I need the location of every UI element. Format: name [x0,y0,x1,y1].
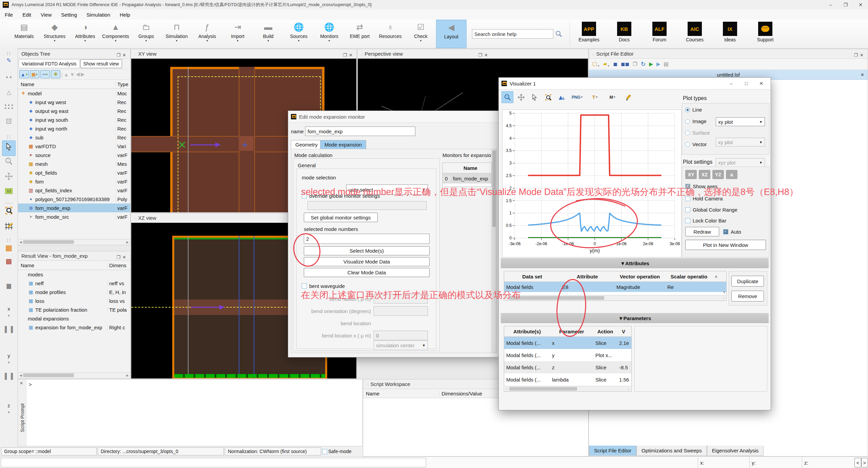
objects-tree-hscrollbar[interactable]: ◀▶ [18,239,130,245]
help-badge[interactable]: APP Examples [571,20,607,48]
toolbar-button[interactable]: ▲ Components ▼ [100,20,131,48]
attributes-section-header[interactable]: ▼ Attributes [501,258,769,268]
next-button[interactable]: > [861,458,868,467]
save-icon[interactable]: ◼ [613,61,617,67]
add-group-button[interactable]: ✳ [51,70,60,78]
edit-pencil-icon[interactable]: ✎ [0,57,18,64]
annotate-pencil-icon[interactable] [623,91,634,103]
tree-row[interactable]: fom_mode_src varF [18,212,130,221]
bars-icon[interactable]: ▌▐ [0,326,18,333]
result-row[interactable]: mode profiles E, H, in [18,288,130,296]
tree-row[interactable]: model Moc [18,89,130,98]
toolbar-button[interactable]: ♁ Resources ▼ [375,20,406,48]
prev-button[interactable]: < [854,458,861,467]
image-plot-dropdown[interactable]: xy plot [716,138,765,147]
result-row[interactable]: modes [18,270,130,279]
toolbar-button[interactable]: ☑ Check ▼ [406,20,436,48]
parameters-hscrollbar[interactable]: ‹› [505,386,631,391]
move-left-icon[interactable]: ◀ [76,71,80,77]
menu-item[interactable]: Simulation [82,12,115,18]
image-radio[interactable] [685,119,690,124]
monitor-row[interactable]: 0 fom_mode_exp [443,173,491,183]
help-badge[interactable]: KB Docs [607,20,642,48]
zoom-region-icon[interactable] [542,91,554,103]
index-grid-icon[interactable]: ▩ [0,257,18,265]
move-right-icon[interactable]: ▶ [81,71,85,77]
slab-icon[interactable]: ▆ [0,282,18,289]
plot-area[interactable]: 00.511.522.533.544.55-3e-06-2e-06-1e-060… [502,110,682,257]
refresh-icon[interactable]: ↻ [640,60,646,68]
run-script-icon[interactable]: ▶ [649,61,653,67]
close-panel-icon[interactable]: ✕ [122,255,128,260]
script-prompt-input[interactable] [26,379,362,446]
surface-radio[interactable] [685,131,690,135]
show-result-view-button[interactable]: Show result view [80,59,122,68]
toolbar-button[interactable]: 🗀 Groups ▼ [131,20,161,48]
result-row[interactable]: neff neff vs [18,279,130,288]
view-xz-button[interactable]: XZ [699,170,710,179]
close-panel-icon[interactable]: ✕ [860,53,866,58]
select-tool-icon[interactable] [529,91,540,103]
attributes-hscrollbar[interactable]: ‹› [505,295,726,300]
menu-item[interactable]: File [0,12,18,18]
scroll-down-icon[interactable]: ∨ [723,290,726,294]
list-icon[interactable]: ▤ [664,61,669,67]
selected-mode-numbers-field[interactable]: 2 [304,234,430,244]
triangle-icon[interactable]: △ [0,89,18,96]
axis-y-label[interactable]: y [0,353,18,358]
draw-grid-icon[interactable] [0,222,18,232]
tree-row[interactable]: varFDTD Vari [18,142,130,151]
chevron-down-icon[interactable]: ▼ [0,314,18,317]
vector-radio[interactable] [685,142,690,147]
clear-mode-data-button[interactable]: Clear Mode Data [304,268,430,277]
tree-row[interactable]: input wg west Rec [18,98,130,106]
chevron-down-icon[interactable]: ▼ [0,411,18,414]
maximize-button[interactable]: ❐ [838,0,853,9]
help-badge[interactable]: ALF Forum [642,20,677,48]
zoom-tool-icon[interactable]: + [501,91,513,103]
analysis-mode-button[interactable]: Variational FDTD Analysis [19,59,80,68]
add-structure-button[interactable]: ▲+ [19,70,29,78]
close-panel-icon[interactable]: ✕ [20,381,23,386]
bottom-tab[interactable]: Eigensolver Analysis [707,446,764,456]
tree-row[interactable]: opt_fields varF [18,168,130,177]
move-up-icon[interactable]: ▲ [64,72,69,77]
menu-item[interactable]: Help [115,12,135,18]
scroll-up-icon[interactable]: ∧ [713,274,719,279]
lock-color-bar-checkbox[interactable] [685,218,690,223]
bottom-tab[interactable]: Optimizations and Sweeps [636,446,707,456]
help-badge[interactable]: IX Ideas [712,20,748,48]
visualize-mode-data-button[interactable]: Visualize Mode Data [304,257,430,266]
copy-icon[interactable]: ❐ [633,61,637,67]
toolbar-button[interactable]: ◆ Structures ▼ [39,20,70,48]
safe-mode-checkbox[interactable] [322,449,327,454]
tree-row[interactable]: fom_mode_exp varF [18,203,130,212]
close-button[interactable]: ✕ [853,0,868,9]
orange-grid-icon[interactable]: ▦ [0,243,18,252]
toolbar-button[interactable]: 🌐 Monitors ▼ [314,20,344,48]
close-panel-icon[interactable]: ✕ [349,53,355,58]
toolbar-button[interactable]: ◑ Attributes ▼ [70,20,100,48]
trash-icon[interactable] [0,117,18,126]
redraw-button[interactable]: Redraw [685,227,719,236]
add-monitor-button[interactable]: ↦+ [40,70,50,78]
select-cursor-icon[interactable] [2,140,16,156]
result-row[interactable]: TE polarization fraction TE pola [18,305,130,314]
plot-in-new-window-button[interactable]: Plot in New Window [685,240,766,250]
tree-row[interactable]: fom varF [18,177,130,186]
float-panel-icon[interactable]: ❐ [343,53,349,58]
bottom-tab[interactable]: Script File Editor [589,446,636,456]
axis-x-label[interactable]: x [0,306,18,312]
parameters-section-header[interactable]: ▼ Parameters [501,313,769,323]
open-script-icon[interactable]: ▰▼ [603,61,610,67]
parameter-row[interactable]: Modal fields (... x Slice 2.1e [504,337,631,349]
marker-tool-button[interactable]: M▼ [605,91,621,103]
close-button[interactable]: ✕ [754,79,769,88]
pan-tool-icon[interactable] [515,91,527,103]
tab-mode-expansion[interactable]: Mode expansion [320,140,366,149]
float-panel-icon[interactable]: ❐ [478,53,484,58]
help-badge[interactable]: AIC Courses [677,20,712,48]
name-field[interactable]: fom_mode_exp [305,126,415,136]
float-panel-icon[interactable]: ❐ [116,53,122,58]
close-tab-icon[interactable]: ✕ [861,72,864,77]
